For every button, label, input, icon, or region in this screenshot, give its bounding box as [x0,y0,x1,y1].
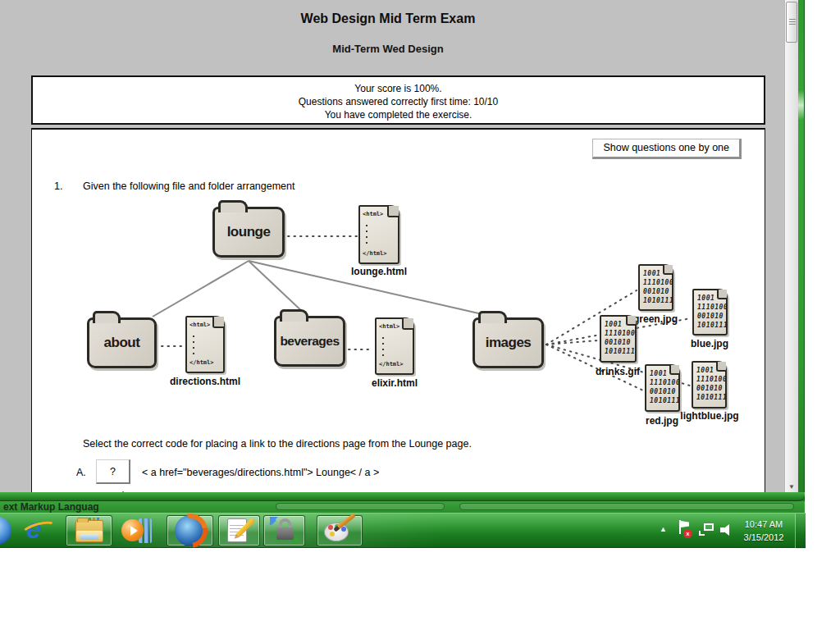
taskbar: e ▲ [0,513,806,548]
score-line-1: Your score is 100%. [33,82,764,95]
lock-arrows-icon [269,517,300,545]
question-panel: Show questions one by one 1. Given the f… [31,128,765,492]
page-title: Web Design Mid Term Exam [0,11,776,26]
file-label-drinks-gif: drinks.gif [581,366,655,377]
secure-transfer-taskbar-button[interactable] [263,515,305,546]
window-border-right [798,0,805,501]
file-icon-blue-jpg: 10011110100 0010101010111 [692,289,728,336]
document-pencil-icon [225,518,254,544]
desktop: Web Design Mid Term Exam Mid-Term Wed De… [0,0,840,630]
folder-explorer-icon [75,520,103,542]
score-line-2: Questions answered correctly first time:… [33,95,764,108]
file-icon-lightblue-jpg: 10011110100 0010101010111 [692,361,727,409]
file-icon-drinks-gif: 10011110100 0010101010111 [600,315,637,363]
file-icon-green-jpg: 10011110100 0010101010111 [638,264,673,311]
answer-a-letter: A. [76,467,86,478]
file-icon-red-jpg: 10011110100 0010101010111 [645,364,680,412]
start-orb[interactable] [0,517,11,545]
folder-lounge: lounge [212,207,285,258]
quiz-page: Web Design Mid Term Exam Mid-Term Wed De… [0,0,784,492]
firefox-taskbar-button[interactable] [167,515,213,546]
folder-about: about [87,317,157,368]
window-border-bottom [0,492,805,501]
paint-taskbar-button[interactable] [317,515,363,546]
action-center-alert-badge: x [683,529,692,538]
file-icon-directions-html: <html> </html> [185,316,225,373]
page-subtitle: Mid-Term Wed Design [0,43,776,55]
background-window-groove-small [276,503,445,510]
question-number: 1. [54,180,62,192]
file-icon-elixir-html: <html> </html> [375,317,414,375]
score-box: Your score is 100%. Questions answered c… [31,75,765,125]
firefox-icon [175,515,206,546]
taskbar-clock[interactable]: 10:47 AM 3/15/2012 [733,518,794,544]
score-line-3: You have completed the exercise. [33,108,764,121]
vertical-scrollbar[interactable]: ▼ [784,0,798,492]
background-window-groove-long [459,503,794,510]
network-icon[interactable] [699,523,714,536]
file-icon-lounge-html: <html> </html> [358,205,399,264]
text-editor-taskbar-button[interactable] [218,515,260,546]
show-questions-one-by-one-button[interactable]: Show questions one by one [592,139,742,159]
question-text: Given the following file and folder arra… [83,180,294,192]
answer-prompt: Select the correct code for placing a li… [83,438,472,450]
folder-beverages: beverages [274,316,345,367]
volume-icon[interactable] [720,524,732,536]
folder-images: images [472,317,544,368]
clock-date: 3/15/2012 [733,531,794,544]
answer-a-code: < a href="beverages/directions.html"> Lo… [142,467,379,478]
action-center-flag-icon[interactable]: x [678,520,692,538]
background-window-titlebar[interactable]: ext Markup Languag [0,501,805,513]
show-desktop-button[interactable] [795,514,806,549]
file-label-lightblue-jpg: lightblue.jpg [673,410,746,422]
internet-explorer-icon[interactable]: e [23,517,57,546]
file-label-lounge-html: lounge.html [342,266,416,277]
media-player-icon[interactable] [120,517,156,545]
scrollbar-down-arrow[interactable]: ▼ [785,483,798,491]
file-label-blue-jpg: blue.jpg [673,338,746,349]
tray-expand-icon[interactable]: ▲ [660,525,667,533]
paint-palette-icon [322,517,357,545]
answer-a-check-button[interactable]: ? [96,459,130,484]
background-window-title[interactable]: ext Markup Languag [3,501,99,513]
file-label-elixir-html: elixir.html [362,377,427,389]
scrollbar-thumb[interactable] [786,2,797,43]
file-label-directions-html: directions.html [156,376,254,387]
windows-explorer-taskbar-button[interactable] [66,515,112,546]
clock-time: 10:47 AM [733,518,794,531]
